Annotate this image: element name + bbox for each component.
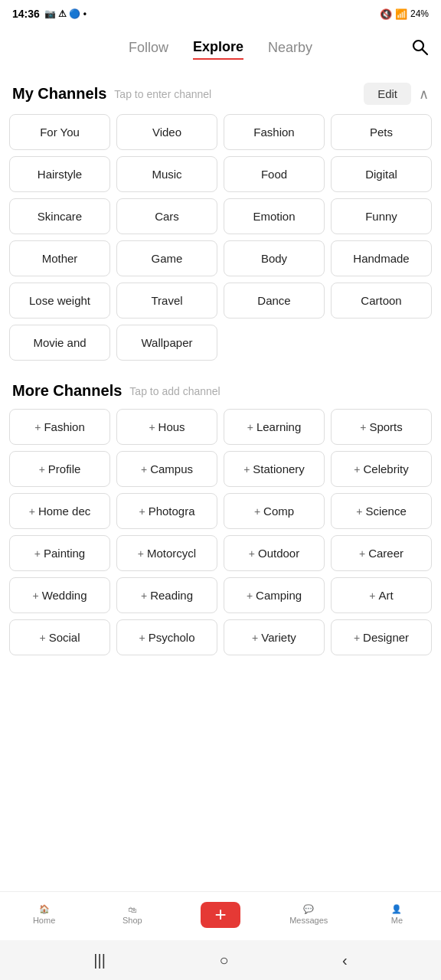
more-channel-chip[interactable]: +Wedding [9,577,110,613]
nav-shop[interactable]: 🛍 Shop [88,905,176,925]
tab-follow[interactable]: Follow [129,40,168,59]
my-channels-header: My Channels Tap to enter channel Edit ∧ [9,70,432,114]
edit-button[interactable]: Edit [364,83,411,105]
add-channel-icon: + [354,463,360,475]
add-channel-icon: + [138,547,144,560]
channel-chip[interactable]: Fashion [224,114,325,150]
more-channel-chip[interactable]: +Painting [9,535,110,571]
menu-button[interactable]: ||| [93,952,106,969]
channel-chip[interactable]: Handmade [331,240,432,276]
add-channel-icon: + [243,463,250,475]
add-channel-icon: + [141,590,147,602]
back-button[interactable]: ‹ [342,952,348,969]
channel-chip[interactable]: Cars [116,198,217,234]
status-bar: 14:36 📷 ⚠ 🔵 • 🔇 📶 24% [0,0,441,28]
system-nav: ||| ○ ‹ [0,940,441,980]
more-channel-chip[interactable]: +Hous [116,409,217,445]
more-channel-chip[interactable]: +Variety [224,619,325,655]
more-channel-chip[interactable]: +Home dec [9,493,110,529]
channel-chip[interactable]: Game [116,240,217,276]
add-button[interactable]: + [201,902,240,928]
more-channel-chip[interactable]: +Camping [224,577,325,613]
my-channels-grid: For YouVideoFashionPetsHairstyleMusicFoo… [9,114,432,361]
more-channels-title: More Channels [12,382,122,400]
more-channel-chip[interactable]: +Learning [224,409,325,445]
more-channel-chip[interactable]: +Sports [331,409,432,445]
channel-chip[interactable]: Food [224,156,325,192]
channel-chip[interactable]: Video [116,114,217,150]
add-channel-icon: + [359,547,365,560]
main-content: My Channels Tap to enter channel Edit ∧ … [0,70,441,891]
more-channel-chip[interactable]: +Motorcycl [116,535,217,571]
add-channel-icon: + [356,505,362,518]
nav-me[interactable]: 👤 Me [353,904,441,925]
more-channel-chip[interactable]: +Campus [116,451,217,487]
add-channel-icon: + [249,547,255,560]
nav-home[interactable]: 🏠 Home [0,904,88,925]
nav-add[interactable]: + [176,902,264,928]
add-channel-icon: + [369,590,375,602]
add-channel-icon: + [149,421,155,433]
add-channel-icon: + [32,590,38,602]
time-display: 14:36 [12,8,40,20]
more-channel-chip[interactable]: +Science [331,493,432,529]
channel-chip[interactable]: Travel [116,283,217,318]
more-channel-chip[interactable]: +Profile [9,451,110,487]
channel-chip[interactable]: Body [224,240,325,276]
more-channel-chip[interactable]: +Comp [224,493,325,529]
add-channel-icon: + [141,463,147,475]
messages-icon: 💬 [303,904,314,914]
more-channels-grid: +Fashion+Hous+Learning+Sports+Profile+Ca… [9,409,432,655]
more-channel-chip[interactable]: +Art [331,577,432,613]
more-channel-chip[interactable]: +Social [9,619,110,655]
tab-explore[interactable]: Explore [193,39,243,60]
collapse-icon[interactable]: ∧ [419,86,429,103]
add-channel-icon: + [354,632,360,644]
channel-chip[interactable]: Skincare [9,198,110,234]
more-channels-header: More Channels Tap to add channel [9,367,432,409]
add-channel-icon: + [29,505,35,518]
search-button[interactable] [410,38,429,60]
more-channel-chip[interactable]: +Career [331,535,432,571]
tab-nearby[interactable]: Nearby [268,40,312,59]
add-channel-icon: + [34,421,41,433]
add-channel-icon: + [139,505,145,518]
channel-chip[interactable]: Hairstyle [9,156,110,192]
more-channel-chip[interactable]: +Designer [331,619,432,655]
more-channel-chip[interactable]: +Psycholo [116,619,217,655]
channel-chip[interactable]: Music [116,156,217,192]
status-icons: 📷 ⚠ 🔵 • [44,8,87,19]
channel-chip[interactable]: Lose weight [9,283,110,318]
channel-chip[interactable]: Emotion [224,198,325,234]
channel-chip[interactable]: Funny [331,198,432,234]
channel-chip[interactable]: Cartoon [331,283,432,318]
nav-tabs: Follow Explore Nearby [129,39,312,60]
nav-messages[interactable]: 💬 Messages [265,904,353,925]
more-channel-chip[interactable]: +Reading [116,577,217,613]
more-channel-chip[interactable]: +Fashion [9,409,110,445]
bottom-nav: 🏠 Home 🛍 Shop + 💬 Messages 👤 Me [0,891,441,940]
channel-chip[interactable]: Wallpaper [116,325,217,361]
channel-chip[interactable]: Mother [9,240,110,276]
my-channels-title: My Channels [12,85,106,103]
add-channel-icon: + [252,632,258,644]
channel-chip[interactable]: Digital [331,156,432,192]
add-channel-icon: + [254,505,260,518]
more-channel-chip[interactable]: +Photogra [116,493,217,529]
battery-display: 24% [410,8,429,19]
more-channels-subtitle: Tap to add channel [129,385,220,397]
more-channel-chip[interactable]: +Stationery [224,451,325,487]
channel-chip[interactable]: Pets [331,114,432,150]
home-button[interactable]: ○ [219,952,228,969]
channel-chip[interactable]: Movie and [9,325,110,361]
more-channel-chip[interactable]: +Outdoor [224,535,325,571]
status-time: 14:36 📷 ⚠ 🔵 • [12,8,87,20]
channel-chip[interactable]: Dance [224,283,325,318]
shop-icon: 🛍 [128,905,136,914]
channel-chip[interactable]: For You [9,114,110,150]
me-icon: 👤 [391,904,402,914]
mute-icon: 🔇 [380,8,392,20]
add-channel-icon: + [39,632,45,644]
add-channel-icon: + [247,421,253,433]
more-channel-chip[interactable]: +Celebrity [331,451,432,487]
